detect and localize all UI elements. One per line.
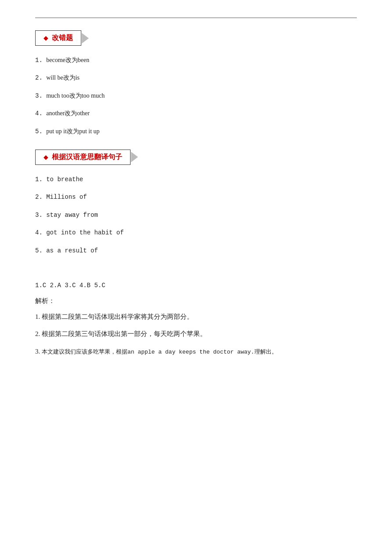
section1-title: 改错题 [52, 33, 73, 43]
answers-line: 1.C 2.A 3.C 4.B 5.C [35, 282, 357, 289]
jiexi-item: 1. 根据第二段第二句话体现出科学家将其分为两部分。 [35, 311, 357, 323]
item-text: will be改为is [46, 74, 80, 81]
item-number: 5. [35, 128, 43, 135]
item-number: 2. [35, 74, 43, 81]
jiexi-text: 根据第二段第二句话体现出科学家将其分为两部分。 [42, 313, 193, 320]
list-item: 5. as a result of [35, 246, 357, 256]
item-text: much too改为too much [46, 92, 105, 99]
item-text: to breathe [46, 176, 83, 183]
section2-container: ◆ 根据汉语意思翻译句子 1. to breathe 2. Millions o… [35, 150, 357, 256]
jiexi-text: 本文建议我们应该多吃苹果，根据an apple a day keeps the … [42, 349, 277, 355]
list-item: 4. another改为other [35, 109, 357, 118]
item-text: as a result of [46, 247, 98, 254]
list-item: 2. Millions of [35, 192, 357, 202]
item-number: 4. [35, 110, 43, 117]
top-divider [35, 18, 357, 18]
section1-diamond-icon: ◆ [44, 34, 48, 42]
item-text: got into the habit of [46, 229, 123, 236]
list-item: 5. put up it改为put it up [35, 127, 357, 136]
list-item: 1. to breathe [35, 175, 357, 184]
section1-header: ◆ 改错题 [35, 30, 81, 46]
answers-section: 1.C 2.A 3.C 4.B 5.C 解析： 1. 根据第二段第二句话体现出科… [35, 282, 357, 358]
section2-title: 根据汉语意思翻译句子 [52, 153, 122, 162]
jiexi-text: 根据第二段第三句话体现出第一部分，每天吃两个苹果。 [42, 330, 207, 337]
section1-list: 1. become改为been 2. will be改为is 3. much t… [35, 55, 357, 136]
section2-header: ◆ 根据汉语意思翻译句子 [35, 150, 131, 165]
jiexi-number: 2. [35, 330, 40, 337]
jiexi-list: 1. 根据第二段第二句话体现出科学家将其分为两部分。 2. 根据第二段第三句话体… [35, 311, 357, 358]
list-item: 2. will be改为is [35, 73, 357, 83]
list-item: 4. got into the habit of [35, 228, 357, 237]
item-number: 1. [35, 176, 43, 183]
item-number: 2. [35, 194, 43, 201]
item-text: Millions of [46, 194, 87, 201]
jiexi-number: 1. [35, 313, 40, 320]
item-number: 3. [35, 212, 43, 219]
jiexi-item: 3. 本文建议我们应该多吃苹果，根据an apple a day keeps t… [35, 346, 357, 358]
item-text: put up it改为put it up [46, 128, 99, 135]
list-item: 1. become改为been [35, 55, 357, 65]
list-item: 3. much too改为too much [35, 91, 357, 101]
jiexi-number: 3. [35, 348, 40, 355]
item-text: become改为been [46, 57, 89, 63]
section2-list: 1. to breathe 2. Millions of 3. stay awa… [35, 175, 357, 256]
item-number: 4. [35, 229, 43, 236]
item-number: 1. [35, 57, 43, 64]
item-text: stay away from [46, 212, 98, 219]
list-item: 3. stay away from [35, 210, 357, 220]
jiexi-label: 解析： [35, 297, 357, 305]
item-number: 3. [35, 92, 43, 99]
item-text: another改为other [46, 110, 90, 117]
jiexi-item: 2. 根据第二段第三句话体现出第一部分，每天吃两个苹果。 [35, 329, 357, 340]
section2-diamond-icon: ◆ [44, 153, 48, 161]
item-number: 5. [35, 247, 43, 254]
section1-container: ◆ 改错题 1. become改为been 2. will be改为is 3. … [35, 30, 357, 136]
